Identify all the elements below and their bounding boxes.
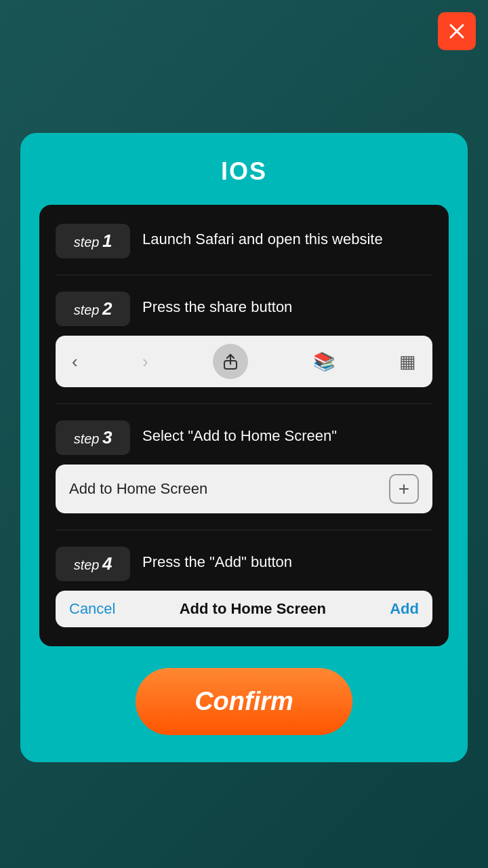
- step-1-block: step 1 Launch Safari and open this websi…: [56, 224, 432, 258]
- step-2-block: step 2 Press the share button ‹ › 📚 ▦: [56, 292, 432, 387]
- step-3-label-word: step: [74, 431, 100, 446]
- close-button[interactable]: [438, 12, 476, 50]
- add-home-label: Add to Home Screen: [69, 480, 207, 498]
- step-4-number: 4: [102, 553, 112, 574]
- step-2-row: step 2 Press the share button: [56, 292, 432, 326]
- divider-3: [56, 530, 432, 530]
- step-2-number: 2: [102, 298, 112, 319]
- step-4-badge: step 4: [56, 547, 130, 581]
- share-icon-circle: [213, 344, 248, 379]
- step-4-row: step 4 Press the "Add" button: [56, 547, 432, 581]
- dialog-title: IOS: [221, 157, 267, 186]
- step-1-text: Launch Safari and open this website: [142, 224, 383, 250]
- step-2-label-word: step: [74, 302, 100, 317]
- step-1-number: 1: [102, 231, 112, 251]
- divider-1: [56, 275, 432, 275]
- steps-card: step 1 Launch Safari and open this websi…: [39, 205, 449, 646]
- cancel-add-bar: Cancel Add to Home Screen Add: [56, 591, 432, 627]
- bookmarks-icon: 📚: [313, 351, 335, 372]
- step-3-block: step 3 Select "Add to Home Screen" Add t…: [56, 420, 432, 513]
- divider-2: [56, 403, 432, 404]
- step-4-block: step 4 Press the "Add" button Cancel Add…: [56, 547, 432, 627]
- step-1-badge: step 1: [56, 224, 130, 258]
- step-2-text: Press the share button: [142, 292, 292, 318]
- step-1-label-word: step: [74, 235, 100, 250]
- add-home-screen-title: Add to Home Screen: [180, 600, 326, 618]
- forward-icon: ›: [142, 351, 148, 372]
- step-3-row: step 3 Select "Add to Home Screen": [56, 420, 432, 455]
- confirm-button[interactable]: Confirm: [136, 668, 352, 735]
- step-2-badge: step 2: [56, 292, 130, 326]
- add-plus-icon: +: [389, 474, 419, 504]
- share-icon: [221, 352, 240, 371]
- ios-dialog: IOS step 1 Launch Safari and open this w…: [20, 133, 468, 762]
- cancel-label: Cancel: [69, 600, 115, 618]
- step-1-row: step 1 Launch Safari and open this websi…: [56, 224, 432, 258]
- add-label: Add: [390, 600, 419, 618]
- step-3-text: Select "Add to Home Screen": [142, 420, 337, 447]
- step-4-label-word: step: [74, 557, 100, 572]
- add-home-screen-row: Add to Home Screen +: [56, 465, 432, 513]
- step-3-number: 3: [102, 427, 112, 448]
- back-icon: ‹: [72, 351, 78, 372]
- step-4-text: Press the "Add" button: [142, 547, 292, 573]
- safari-toolbar: ‹ › 📚 ▦: [56, 336, 432, 387]
- tabs-icon: ▦: [399, 351, 416, 372]
- step-3-badge: step 3: [56, 420, 130, 455]
- confirm-label: Confirm: [195, 687, 293, 716]
